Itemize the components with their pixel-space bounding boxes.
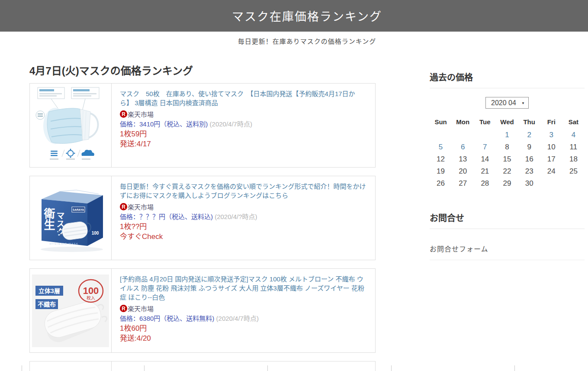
footer-divider-tick [514, 365, 515, 371]
page: { "header": { "title": "マスク在庫価格ランキング", "… [0, 0, 588, 371]
weekday-label: Fri [540, 116, 562, 129]
calendar-day: 12 [430, 153, 452, 165]
store-name: 楽天市場 [128, 304, 154, 313]
product-card: 立体3層 不織布 100 枚入 [予約商品 4月20日 国内発送に順次発送予定]… [29, 268, 376, 353]
calendar-day [562, 177, 585, 190]
price-timestamp: (2020/4/7時点) [210, 120, 252, 128]
rakuten-icon: R [120, 110, 127, 118]
rakuten-icon: R [120, 203, 127, 210]
rakuten-icon: R [120, 305, 127, 312]
product-title-link[interactable]: 毎日更新！今すぐ買えるマスクを価格の安い順でランキング形式で紹介！時間をかけずに… [120, 182, 366, 200]
box-label-col1: 衛生 [42, 207, 55, 230]
unit-price: 1枚59円 [120, 129, 366, 139]
store-line: R 楽天市場 [120, 110, 366, 118]
calendar-day: 28 [474, 177, 496, 190]
price-timestamp: (2020/4/7時点) [216, 315, 259, 322]
site-title: マスク在庫価格ランキング [29, 7, 585, 24]
weekday-label: Mon [452, 116, 474, 129]
footer-divider-tick [267, 365, 268, 371]
calendar-day-link[interactable]: 4 [572, 131, 575, 139]
calendar-day: 2 [518, 129, 540, 141]
calendar-day-link[interactable]: 3 [549, 131, 553, 139]
box-count: 100 [92, 231, 99, 236]
calendar-day: 21 [474, 165, 496, 177]
weekday-label: Sat [562, 116, 585, 129]
product-thumbnail[interactable]: 衛生 マスク SARAYA HYGIENIC MASK 100 [30, 176, 112, 260]
calendar-day: 19 [430, 165, 452, 177]
main-content: 4月7日(火)マスクの価格ランキング [29, 45, 376, 371]
contact-form-link[interactable]: お問合せフォーム [430, 245, 488, 253]
product-title-link[interactable]: マスク 50枚 在庫あり、使い捨てマスク 【日本国内発送【予約販売4月17日から… [120, 89, 366, 107]
contact-title: お問合せ [430, 213, 585, 229]
product-thumbnail[interactable]: 立体3層 不織布 100 枚入 [30, 269, 112, 352]
calendar-day: 30 [518, 177, 540, 190]
calendar-day: 13 [452, 153, 474, 165]
product-title-link[interactable]: [予約商品 4月20日 国内発送に順次発送予定]マスク 100枚 メルトブローン… [120, 274, 366, 302]
price-line: 価格：？？？円（税込、送料込) (2020/4/?時点) [120, 212, 366, 220]
calendar-day [540, 177, 562, 190]
calendar-day [474, 129, 496, 141]
weekday-label: Thu [518, 116, 540, 129]
product-card-partial [29, 361, 376, 371]
mask-badge-unit: 枚入 [87, 295, 95, 300]
calendar-day: 15 [496, 153, 518, 165]
weekday-label: Sun [430, 116, 452, 129]
price-line: 価格：3410円（税込、送料別) (2020/4/7時点) [120, 119, 366, 128]
price-text: 価格：？？？円（税込、送料込) [120, 213, 213, 220]
unit-price: 1枚60円 [120, 323, 366, 333]
footer-divider-tick [144, 365, 145, 371]
calendar-day: 8 [496, 141, 518, 153]
calendar-day [430, 129, 452, 141]
weekday-label: Tue [474, 116, 496, 129]
calendar-day-link[interactable]: 1 [505, 131, 509, 139]
calendar-weekday-row: Sun Mon Tue Wed Thu Fri Sat [430, 116, 585, 129]
box-strip-text: HYGIENIC MASK [49, 242, 78, 245]
calendar-day: 27 [452, 177, 474, 190]
footer-divider-tick [391, 365, 392, 371]
contact-widget: お問合せ お問合せフォーム [430, 213, 585, 260]
shipping-note: 発送:4/20 [120, 333, 366, 343]
price-calendar: Sun Mon Tue Wed Thu Fri Sat 123456789101… [430, 116, 585, 190]
product-info: [予約商品 4月20日 国内発送に順次発送予定]マスク 100枚 メルトブローン… [112, 269, 375, 352]
price-history-title: 過去の価格 [430, 72, 585, 88]
page-heading: 4月7日(火)マスクの価格ランキング [29, 65, 376, 77]
product-thumbnail [30, 361, 112, 371]
calendar-day: 23 [518, 165, 540, 177]
product-card: 衛生 マスク SARAYA HYGIENIC MASK 100 毎日更新！今すぐ… [29, 176, 376, 260]
price-line: 価格：6380円（税込、送料無料) (2020/4/7時点) [120, 313, 366, 322]
product-info: マスク 50枚 在庫あり、使い捨てマスク 【日本国内発送【予約販売4月17日から… [112, 84, 375, 167]
store-line: R 楽天市場 [120, 304, 366, 313]
calendar-day: 10 [540, 141, 562, 153]
site-header: マスク在庫価格ランキング [0, 0, 588, 32]
calendar-week-row: 19202122232425 [430, 165, 585, 177]
calendar-day: 4 [562, 129, 585, 141]
calendar-day-link[interactable]: 5 [439, 143, 443, 151]
month-select[interactable]: 2020 04 [485, 97, 529, 109]
unit-price: 1枚??円 [120, 222, 366, 232]
product-thumbnail[interactable] [30, 84, 112, 167]
calendar-day: 6 [452, 141, 474, 153]
product-info: 毎日更新！今すぐ買えるマスクを価格の安い順でランキング形式で紹介！時間をかけずに… [112, 176, 375, 260]
calendar-day: 20 [452, 165, 474, 177]
calendar-day-link[interactable]: 6 [461, 143, 465, 151]
calendar-week-row: 2627282930 [430, 177, 585, 190]
calendar-body: 1234567891011121314151617181920212223242… [430, 129, 585, 190]
box-brand: SARAYA [73, 208, 84, 211]
mask-box-image: 衛生 マスク SARAYA HYGIENIC MASK 100 [34, 181, 107, 255]
calendar-day: 24 [540, 165, 562, 177]
white-mask-image: 立体3層 不織布 100 枚入 [32, 274, 109, 347]
calendar-day: 18 [562, 153, 585, 165]
calendar-day-link[interactable]: 2 [527, 131, 531, 139]
calendar-day: 11 [562, 141, 585, 153]
calendar-day: 5 [430, 141, 452, 153]
check-now-link[interactable]: 今すぐCheck [120, 232, 163, 242]
price-history-widget: 過去の価格 2020 04 ▼ Sun Mon Tue Wed Thu Fri [430, 72, 585, 190]
calendar-day: 3 [540, 129, 562, 141]
calendar-week-row: 1234 [430, 129, 585, 141]
calendar-day: 17 [540, 153, 562, 165]
calendar-day: 25 [562, 165, 585, 177]
calendar-day-link[interactable]: 7 [483, 143, 487, 151]
month-select-wrap: 2020 04 ▼ [485, 97, 529, 109]
weekday-label: Wed [496, 116, 518, 129]
calendar-day: 16 [518, 153, 540, 165]
